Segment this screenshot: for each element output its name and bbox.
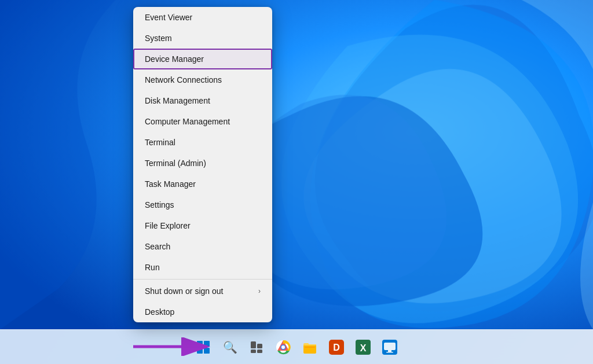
svg-text:X: X <box>360 343 367 353</box>
menu-item-event-viewer[interactable]: Event Viewer <box>133 7 272 28</box>
app1-icon: D <box>329 340 344 355</box>
rdp-button[interactable] <box>377 334 402 360</box>
svg-point-10 <box>281 345 285 349</box>
menu-item-device-manager[interactable]: Device Manager <box>133 49 272 69</box>
svg-rect-12 <box>305 347 315 348</box>
menu-item-file-explorer[interactable]: File Explorer <box>133 215 272 236</box>
svg-rect-20 <box>386 352 393 353</box>
taskbar: 🔍 <box>0 329 593 364</box>
submenu-chevron-icon: › <box>258 287 261 295</box>
menu-item-shut-down[interactable]: Shut down or sign out › <box>133 281 272 302</box>
taskbar-arrow <box>133 337 214 356</box>
svg-rect-19 <box>388 350 391 352</box>
desktop: Event Viewer System Device Manager Netwo… <box>0 0 593 364</box>
chrome-icon <box>276 340 291 355</box>
app1-button[interactable]: D <box>324 334 349 360</box>
excel-icon: X <box>356 340 371 355</box>
taskbar-icons: 🔍 <box>191 334 402 360</box>
menu-item-settings[interactable]: Settings <box>133 194 272 215</box>
task-view-icon <box>250 341 263 354</box>
menu-item-run[interactable]: Run <box>133 257 272 278</box>
svg-rect-4 <box>257 344 262 348</box>
file-explorer-button[interactable] <box>297 334 323 360</box>
menu-item-terminal[interactable]: Terminal <box>133 132 272 153</box>
svg-rect-18 <box>384 343 396 350</box>
menu-divider <box>133 279 272 280</box>
svg-text:D: D <box>333 343 340 352</box>
menu-item-disk-management[interactable]: Disk Management <box>133 90 272 111</box>
context-menu: Event Viewer System Device Manager Netwo… <box>133 7 272 322</box>
menu-item-search[interactable]: Search <box>133 236 272 257</box>
chrome-button[interactable] <box>270 334 296 360</box>
svg-rect-5 <box>251 350 256 353</box>
menu-item-network-connections[interactable]: Network Connections <box>133 69 272 90</box>
search-taskbar-icon: 🔍 <box>223 340 237 354</box>
svg-rect-6 <box>257 350 262 353</box>
search-taskbar-button[interactable]: 🔍 <box>217 334 243 360</box>
svg-rect-11 <box>303 344 316 354</box>
menu-item-task-manager[interactable]: Task Manager <box>133 174 272 194</box>
svg-rect-3 <box>251 341 256 348</box>
menu-item-computer-management[interactable]: Computer Management <box>133 111 272 132</box>
excel-button[interactable]: X <box>350 334 376 360</box>
menu-item-system[interactable]: System <box>133 28 272 49</box>
task-view-button[interactable] <box>244 334 269 360</box>
menu-item-desktop[interactable]: Desktop <box>133 302 272 322</box>
file-explorer-icon <box>302 340 317 355</box>
menu-item-terminal-admin[interactable]: Terminal (Admin) <box>133 153 272 174</box>
rdp-icon <box>382 340 397 355</box>
desktop-background <box>0 0 593 329</box>
